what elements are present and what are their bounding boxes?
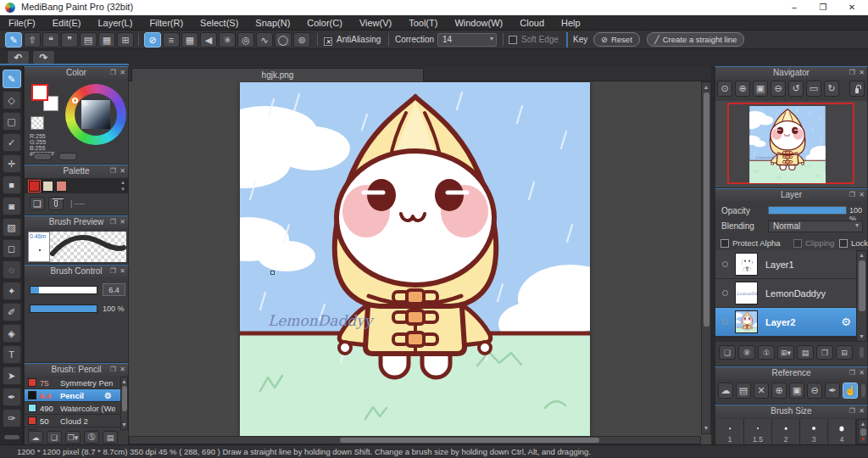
brush-cloud-download-button[interactable]: ☁ — [28, 431, 43, 444]
scroll-up-icon[interactable]: ▲ — [121, 378, 127, 385]
comment-button[interactable]: ❝ — [42, 32, 59, 47]
close-icon[interactable]: ✕ — [120, 69, 125, 77]
move-tool[interactable]: ✛ — [3, 154, 21, 173]
fill-polygon-tool[interactable]: ✓ — [3, 133, 21, 152]
tool-column-scrollbar[interactable] — [4, 435, 19, 439]
script-brush-button[interactable]: Ⓢ — [84, 431, 99, 444]
magic-wand-tool[interactable]: ✦ — [3, 282, 21, 300]
navigator-view[interactable] — [715, 101, 867, 187]
layer-settings-gear-icon[interactable]: ⚙ — [841, 316, 851, 328]
snap-parallel-button[interactable]: ≡ — [163, 32, 180, 47]
canvas-workspace[interactable]: ▲ ▼ — [129, 81, 711, 444]
close-button[interactable]: ✕ — [837, 0, 866, 15]
layer-footer-scroll[interactable] — [860, 347, 864, 358]
brush-size-cell[interactable]: 1.5 — [744, 419, 771, 444]
scroll-up-icon[interactable]: ▲ — [859, 421, 867, 427]
brush-size-cell[interactable]: 1 — [716, 419, 743, 444]
scroll-down-icon[interactable]: ▼ — [120, 186, 125, 193]
gradient-tool[interactable]: ▨ — [3, 218, 21, 237]
fill-rect-tool[interactable]: ■ — [3, 176, 21, 194]
palette-swatch-cream[interactable] — [42, 181, 53, 192]
layer-row[interactable]: LemonDaddyy LemonDaddyy — [715, 279, 856, 307]
popout-icon[interactable]: ❐ — [110, 69, 116, 77]
brush-list-item[interactable]: 490 Watercolor (We — [25, 402, 120, 415]
snap-vanishing-point-button[interactable]: ◀ — [200, 32, 217, 47]
merge-layer-button[interactable]: ⊟ — [836, 345, 853, 360]
menu-item[interactable]: Layer(L) — [89, 15, 141, 31]
brush-size-cell[interactable]: 4 — [828, 419, 855, 444]
lock-checkbox[interactable] — [839, 237, 848, 248]
brush-folder-button[interactable]: ▤ — [103, 431, 118, 444]
antialiasing-checkbox[interactable]: ✕ — [324, 34, 332, 46]
brush-size-cell[interactable]: 3 — [800, 419, 827, 444]
popout-icon[interactable]: ❐ — [110, 267, 116, 276]
brush-opacity-slider[interactable] — [30, 304, 97, 313]
navigator-viewport-frame[interactable] — [727, 103, 854, 184]
soft-edge-checkbox[interactable] — [509, 34, 517, 44]
menu-item[interactable]: View(V) — [351, 15, 400, 31]
close-icon[interactable]: ✕ — [120, 218, 125, 226]
visibility-icon[interactable] — [722, 290, 728, 296]
menu-item[interactable]: Color(C) — [298, 15, 351, 31]
eraser-tool[interactable]: ◇ — [3, 91, 21, 109]
fit-to-window-button[interactable]: ▣ — [753, 81, 768, 97]
close-icon[interactable]: ✕ — [120, 366, 125, 374]
scroll-down-icon[interactable]: ▼ — [121, 422, 127, 428]
brush-list-scrollbar[interactable]: ▲ ▼ — [120, 377, 128, 430]
menu-item[interactable]: File(F) — [0, 15, 44, 31]
popout-icon[interactable]: ❐ — [849, 69, 855, 77]
popout-icon[interactable]: ❐ — [849, 407, 855, 416]
palette-swatch-salmon[interactable] — [56, 181, 67, 192]
duplicate-brush-button[interactable]: ❐▾ — [65, 431, 81, 444]
palette-swatch-red[interactable] — [29, 181, 40, 192]
hue-indicator[interactable] — [72, 98, 78, 103]
brush-list-item[interactable]: 75 Symmetry Pen — [25, 377, 120, 389]
zoom-out-button[interactable]: ⊖ — [771, 81, 786, 97]
navigator-unlock-button[interactable] — [849, 81, 865, 97]
text-tool[interactable]: T — [3, 345, 21, 364]
popout-icon[interactable]: ❐ — [110, 366, 116, 374]
snap-curve-button[interactable]: ∿ — [256, 32, 273, 47]
new-8bit-layer-button[interactable]: ⑧ — [738, 345, 755, 360]
undo-button[interactable]: ↶ — [7, 50, 30, 64]
popout-icon[interactable]: ❐ — [110, 218, 116, 226]
brush-tool[interactable]: ✎ — [3, 70, 21, 88]
visibility-icon[interactable] — [722, 261, 728, 267]
menu-item[interactable]: Edit(E) — [44, 15, 90, 31]
layer-row[interactable]: Layer1 — [715, 250, 856, 278]
select-tool[interactable]: ◻ — [3, 239, 21, 258]
reference-hand-button[interactable]: ☝ — [843, 383, 858, 399]
new-folder-button[interactable]: ▤ — [797, 345, 814, 360]
close-icon[interactable]: ✕ — [859, 69, 865, 77]
snap-grid-button[interactable]: ▦ — [181, 32, 198, 47]
create-straight-line-button[interactable]: ╱Create a straight line — [647, 32, 744, 47]
reference-folder-button[interactable]: ▤ — [736, 383, 751, 399]
correction-dropdown[interactable]: 14 ▾ — [437, 33, 497, 47]
color-wheel[interactable] — [65, 84, 126, 145]
popout-icon[interactable]: ❐ — [849, 191, 855, 199]
new-layer-button[interactable]: ❏ — [719, 345, 736, 360]
canvas-vertical-scrollbar[interactable]: ▲ ▼ — [701, 81, 711, 434]
layer-list-scrollbar[interactable]: ▲ ▼ — [856, 250, 867, 342]
reference-fit-button[interactable]: ▣ — [789, 383, 804, 399]
popout-icon[interactable]: ❐ — [110, 167, 116, 176]
close-icon[interactable]: ✕ — [859, 369, 865, 377]
scroll-up-icon[interactable]: ▲ — [857, 252, 866, 259]
canvas[interactable] — [240, 82, 590, 436]
rotate-ccw-button[interactable]: ↺ — [788, 81, 804, 97]
brush-size-value[interactable]: 6.4 — [103, 283, 125, 296]
blending-dropdown[interactable]: Normal ▾ — [768, 221, 863, 232]
brush-list-item[interactable]: 50 Cloud 2 — [25, 415, 120, 427]
layer-opacity-slider[interactable] — [768, 206, 847, 215]
pen-tool[interactable]: ✑ — [3, 409, 21, 427]
reference-eyedropper-button[interactable]: ✒ — [825, 383, 840, 399]
eyedropper-tool[interactable]: ✒ — [3, 388, 21, 406]
rotate-cw-button[interactable]: ↻ — [824, 81, 839, 97]
reference-cloud-button[interactable]: ☁ — [718, 383, 733, 399]
operation-tool[interactable]: ➤ — [3, 366, 21, 385]
brush-size-scrollbar[interactable]: ▲ ▼ — [858, 419, 868, 444]
clipping-checkbox[interactable] — [793, 237, 802, 248]
brush-size-cell[interactable]: 2 — [772, 419, 799, 444]
new-brush-button[interactable]: ❏ — [47, 431, 62, 444]
foreground-color-swatch[interactable] — [31, 84, 48, 101]
